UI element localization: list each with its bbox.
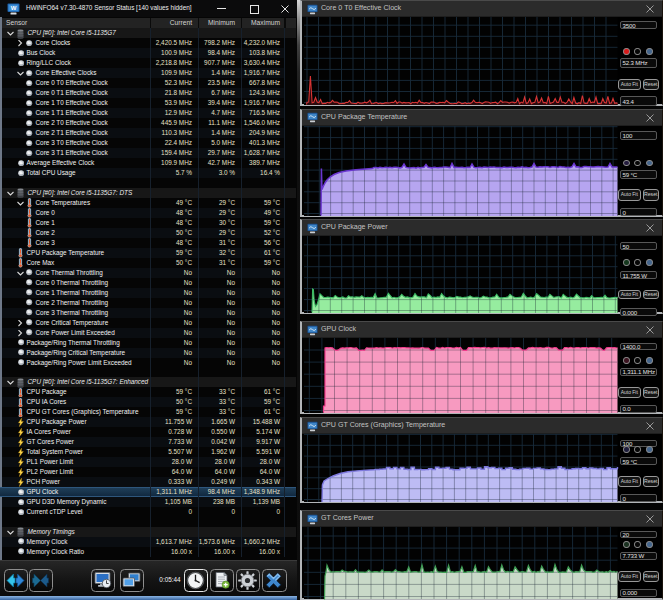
- svg-text:W: W: [11, 5, 17, 11]
